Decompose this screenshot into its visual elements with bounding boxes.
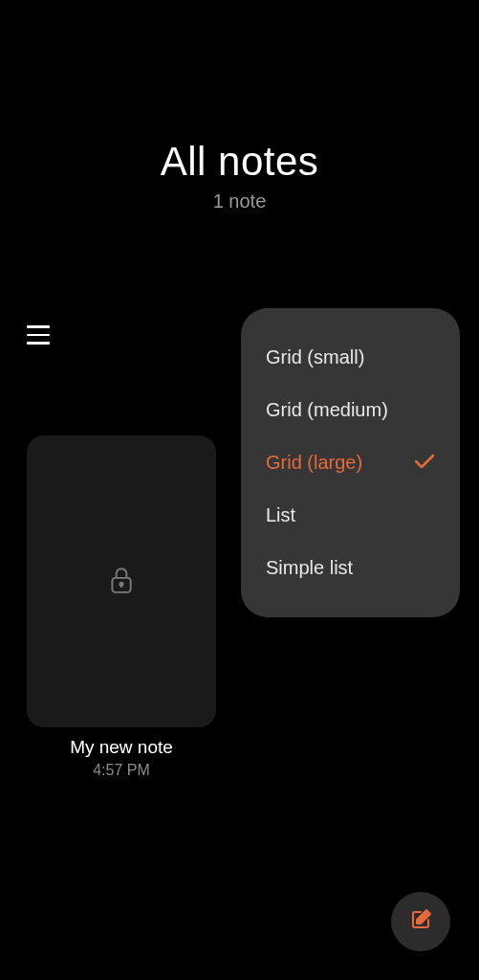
note-count: 1 note: [0, 190, 479, 212]
note-time: 4:57 PM: [27, 762, 216, 779]
header: All notes 1 note: [0, 0, 479, 212]
note-card[interactable]: [27, 435, 216, 727]
menu-item-grid-large[interactable]: Grid (large): [266, 436, 435, 489]
menu-item-label: Simple list: [266, 557, 353, 579]
checkmark-icon: [414, 454, 435, 473]
menu-item-label: List: [266, 504, 295, 526]
menu-item-grid-medium[interactable]: Grid (medium): [266, 384, 435, 436]
menu-item-list[interactable]: List: [266, 489, 435, 542]
menu-item-label: Grid (small): [266, 346, 364, 368]
lock-icon: [109, 566, 134, 598]
menu-item-label: Grid (large): [266, 452, 362, 474]
view-mode-menu: Grid (small) Grid (medium) Grid (large) …: [241, 308, 460, 617]
note-title: My new note: [27, 737, 216, 758]
page-title: All notes: [0, 139, 479, 185]
compose-icon: [409, 908, 432, 935]
menu-icon[interactable]: [27, 325, 50, 345]
menu-item-simple-list[interactable]: Simple list: [266, 542, 435, 594]
toolbar: [27, 325, 50, 345]
menu-item-grid-small[interactable]: Grid (small): [266, 331, 435, 384]
compose-button[interactable]: [391, 892, 450, 951]
menu-item-label: Grid (medium): [266, 399, 388, 421]
note-info: My new note 4:57 PM: [27, 737, 216, 779]
